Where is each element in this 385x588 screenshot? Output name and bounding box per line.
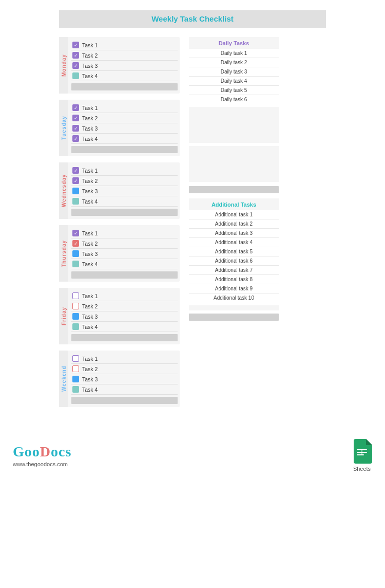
task-row: Task 4 [71,259,178,269]
task-checkbox[interactable]: ✓ [72,125,79,132]
right-column: Daily TasksDaily task 1Daily task 2Daily… [189,37,279,408]
task-checkbox[interactable] [72,198,79,205]
tasks-list-monday: ✓Task 1✓Task 2✓Task 3Task 4 [68,37,180,94]
task-label: Task 1 [82,105,98,111]
task-label: Task 1 [82,356,98,362]
task-checkbox[interactable]: ✓ [72,177,79,184]
task-checkbox[interactable]: ✓ [72,62,79,69]
day-gray-bar [71,334,178,341]
task-checkbox[interactable] [72,365,79,372]
logo-goo: Goo [13,444,40,460]
task-row: ✓Task 2 [71,50,178,61]
tasks-list-weekend: Task 1Task 2Task 3Task 4 [68,351,180,407]
task-row: Task 3 [71,311,178,322]
left-column: Monday✓Task 1✓Task 2✓Task 3Task 4Tuesday… [59,37,180,408]
additional-task-item: Additional task 4 [189,238,279,247]
task-checkbox[interactable] [72,250,79,257]
day-block-weekend: WeekendTask 1Task 2Task 3Task 4 [59,351,180,407]
task-checkbox[interactable] [72,261,79,267]
day-label-friday: Friday [59,288,68,344]
task-checkbox[interactable] [72,323,79,330]
task-checkbox[interactable]: ✓ [72,135,79,142]
task-row: Task 3 [71,186,178,196]
footer-logo: GooDocs www.thegoodocs.com [13,444,71,467]
daily-task-item: Daily task 3 [189,67,279,77]
daily-tasks-title: Daily Tasks [189,37,279,49]
daily-tasks-section: Daily TasksDaily task 1Daily task 2Daily… [189,37,279,104]
task-checkbox[interactable] [72,303,79,309]
tasks-list-wednesday: ✓Task 1✓Task 2Task 3Task 4 [68,162,180,219]
additional-tasks-title: Additional Tasks [189,198,279,210]
task-checkbox[interactable] [72,313,79,320]
right-gray-bar-2 [189,314,279,321]
task-checkbox[interactable]: ✓ [72,230,79,236]
additional-task-item: Additional task 2 [189,219,279,229]
additional-task-item: Additional task 3 [189,229,279,238]
day-block-friday: FridayTask 1Task 2Task 3Task 4 [59,288,180,344]
day-block-wednesday: Wednesday✓Task 1✓Task 2Task 3Task 4 [59,162,180,219]
page-title: Weekly Task Checklist [151,14,234,23]
task-row: ✓Task 4 [71,134,178,144]
task-label: Task 2 [82,115,98,121]
daily-task-item: Daily task 4 [189,77,279,86]
additional-task-item: Additional task 7 [189,266,279,275]
task-row: Task 2 [71,301,178,311]
task-label: Task 3 [82,63,98,69]
task-label: Task 1 [82,168,98,174]
task-checkbox[interactable]: ✓ [72,52,79,59]
task-checkbox[interactable]: ✓ [72,115,79,121]
task-label: Task 2 [82,52,98,59]
day-label-monday: Monday [59,37,68,94]
task-row: Task 3 [71,374,178,384]
task-checkbox[interactable] [72,292,79,299]
task-checkbox[interactable]: ✓ [72,167,79,174]
day-label-thursday: Thursday [59,225,68,282]
task-label: Task 3 [82,125,98,132]
sheets-icon [352,439,372,464]
task-row: ✓Task 3 [71,123,178,134]
task-label: Task 3 [82,251,98,257]
task-checkbox[interactable]: ✓ [72,42,79,48]
day-block-thursday: Thursday✓Task 1✓Task 2Task 3Task 4 [59,225,180,282]
additional-task-item: Additional task 10 [189,293,279,302]
task-label: Task 3 [82,188,98,194]
task-checkbox[interactable]: ✓ [72,240,79,247]
additional-task-item: Additional task 5 [189,247,279,256]
task-row: Task 1 [71,354,178,364]
additional-tasks-section: Additional TasksAdditional task 1Additio… [189,198,279,302]
task-checkbox[interactable] [72,376,79,382]
day-label-weekend: Weekend [59,351,68,407]
task-label: Task 4 [82,261,98,267]
tasks-list-thursday: ✓Task 1✓Task 2Task 3Task 4 [68,225,180,282]
header-bar: Weekly Task Checklist [59,10,326,28]
daily-task-item: Daily task 5 [189,86,279,95]
logo-ocs: ocs [51,444,71,460]
day-label-wednesday: Wednesday [59,162,68,219]
task-label: Task 4 [82,324,98,330]
footer-sheets: Sheets [352,439,372,472]
task-checkbox[interactable] [72,386,79,393]
task-checkbox[interactable]: ✓ [72,104,79,111]
daily-task-item: Daily task 6 [189,95,279,104]
right-spacer-1 [189,107,279,143]
task-checkbox[interactable] [72,188,79,194]
footer: GooDocs www.thegoodocs.com Sheets [13,434,372,472]
tasks-list-tuesday: ✓Task 1✓Task 2✓Task 3✓Task 4 [68,100,180,156]
page-wrapper: Weekly Task Checklist Monday✓Task 1✓Task… [0,0,385,588]
task-checkbox[interactable] [72,72,79,79]
right-spacer-2 [189,146,279,182]
daily-task-item: Daily task 2 [189,58,279,67]
svg-rect-2 [357,454,364,455]
logo-d-letter: D [40,444,51,460]
task-label: Task 2 [82,366,98,372]
main-content: Monday✓Task 1✓Task 2✓Task 3Task 4Tuesday… [59,37,326,408]
task-label: Task 4 [82,198,98,205]
task-row: ✓Task 2 [71,113,178,123]
day-gray-bar [71,83,178,90]
task-label: Task 1 [82,293,98,299]
additional-task-item: Additional task 9 [189,284,279,293]
task-row: Task 1 [71,291,178,301]
sheets-label: Sheets [353,466,371,472]
additional-task-item: Additional task 6 [189,256,279,266]
task-checkbox[interactable] [72,355,79,362]
